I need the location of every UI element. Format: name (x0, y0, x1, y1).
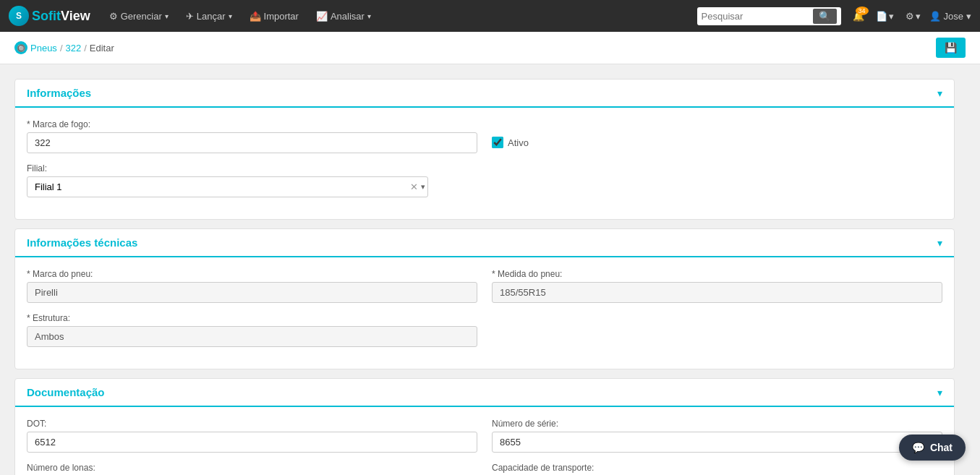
filial-group: Filial: Filial 1 ✕ ▾ (27, 163, 942, 197)
breadcrumb-322[interactable]: 322 (66, 43, 82, 54)
marca-fogo-col: * Marca de fogo: (27, 119, 477, 163)
numero-lonas-group: Número de lonas: (27, 463, 477, 475)
ativo-label[interactable]: Ativo (508, 137, 529, 148)
document-icon[interactable]: 📄 ▾ (873, 8, 897, 25)
estrutura-group: * Estrutura: (27, 313, 477, 347)
dot-label: DOT: (27, 419, 477, 429)
informacoes-title: Informações (27, 87, 91, 99)
chat-icon: 💬 (912, 442, 924, 453)
app-logo: S SofitView (9, 6, 90, 26)
search-input[interactable] (702, 11, 810, 22)
capacidade-label: Capacidade de transporte: (492, 463, 942, 473)
pneus-icon: 🔘 (14, 41, 27, 54)
documentacao-body: DOT: Número de série: Número de lonas: (15, 407, 954, 475)
logo-sofit: SofitView (32, 9, 90, 24)
nav-lancar[interactable]: ✈ Lançar ▾ (179, 0, 239, 32)
doc-row1: DOT: Número de série: (27, 419, 942, 463)
capacidade-col: Capacidade de transporte: (492, 463, 942, 475)
marca-fogo-label: * Marca de fogo: (27, 119, 477, 129)
medida-pneu-group: * Medida do pneu: (492, 269, 942, 303)
breadcrumb-editar: Editar (90, 43, 114, 54)
marca-fogo-group: * Marca de fogo: (27, 119, 477, 153)
informacoes-tecnicas-header[interactable]: Informações técnicas ▾ (15, 229, 954, 257)
notification-badge: 34 (856, 7, 869, 15)
settings-icon[interactable]: ⚙ ▾ (903, 8, 924, 25)
chevron-down-icon: ▾ (916, 11, 921, 22)
dot-col: DOT: (27, 419, 477, 463)
notification-icon[interactable]: 🔔 34 (850, 8, 867, 25)
marca-pneu-col: * Marca do pneu: (27, 269, 477, 313)
chevron-down-icon: ▾ (165, 12, 169, 20)
user-menu[interactable]: 👤 Jose ▾ (929, 11, 971, 22)
top-navigation: S SofitView ⚙ Gerenciar ▾ ✈ Lançar ▾ 📤 I… (0, 0, 980, 32)
informacoes-chevron-icon: ▾ (937, 87, 942, 99)
ativo-col: Ativo (492, 119, 942, 163)
dot-input[interactable] (27, 432, 477, 453)
dot-group: DOT: (27, 419, 477, 453)
documentacao-chevron-icon: ▾ (937, 387, 942, 398)
capacidade-group: Capacidade de transporte: (492, 463, 942, 475)
estrutura-label: * Estrutura: (27, 313, 477, 323)
nav-right-icons: 🔔 34 📄 ▾ ⚙ ▾ 👤 Jose ▾ (850, 8, 971, 25)
numero-serie-col: Número de série: (492, 419, 942, 463)
numero-lonas-label: Número de lonas: (27, 463, 477, 473)
informacoes-tecnicas-chevron-icon: ▾ (937, 237, 942, 249)
informacoes-header[interactable]: Informações ▾ (15, 80, 954, 108)
marca-pneu-label: * Marca do pneu: (27, 269, 477, 279)
tecnicas-row1: * Marca do pneu: * Medida do pneu: (27, 269, 942, 313)
informacoes-tecnicas-body: * Marca do pneu: * Medida do pneu: * Est… (15, 257, 954, 369)
informacoes-tecnicas-section: Informações técnicas ▾ * Marca do pneu: … (14, 228, 955, 369)
marca-pneu-input (27, 282, 477, 303)
medida-pneu-label: * Medida do pneu: (492, 269, 942, 279)
main-content: Informações ▾ * Marca de fogo: Ativo (0, 64, 969, 475)
estrutura-spacer (492, 313, 942, 357)
marca-fogo-input[interactable] (27, 132, 477, 153)
tecnicas-row2: * Estrutura: (27, 313, 942, 357)
informacoes-row1: * Marca de fogo: Ativo (27, 119, 942, 163)
medida-pneu-input (492, 282, 942, 303)
documentacao-title: Documentação (27, 386, 105, 398)
numero-serie-label: Número de série: (492, 419, 942, 429)
documentacao-section: Documentação ▾ DOT: Número de série: (14, 378, 955, 475)
nav-gerenciar[interactable]: ⚙ Gerenciar ▾ (102, 0, 176, 32)
numero-serie-group: Número de série: (492, 419, 942, 453)
documentacao-header[interactable]: Documentação ▾ (15, 379, 954, 407)
nav-importar[interactable]: 📤 Importar (242, 0, 306, 32)
filial-label: Filial: (27, 163, 942, 174)
chevron-down-icon: ▾ (889, 11, 894, 22)
breadcrumb-bar: 🔘 Pneus / 322 / Editar 💾 (0, 32, 980, 64)
breadcrumb-pneus[interactable]: Pneus (30, 43, 57, 54)
numero-lonas-col: Número de lonas: (27, 463, 477, 475)
chevron-down-icon: ▾ (229, 12, 232, 20)
save-button[interactable]: 💾 (936, 38, 966, 58)
informacoes-tecnicas-title: Informações técnicas (27, 236, 137, 249)
chevron-down-icon: ▾ (367, 12, 371, 20)
nav-analisar[interactable]: 📈 Analisar ▾ (309, 0, 378, 32)
estrutura-col: * Estrutura: (27, 313, 477, 357)
ativo-wrapper: Ativo (492, 137, 942, 148)
search-button[interactable]: 🔍 (813, 9, 837, 24)
estrutura-input (27, 326, 477, 347)
filial-select[interactable]: Filial 1 (27, 176, 428, 197)
ativo-checkbox[interactable] (492, 137, 503, 148)
chat-button[interactable]: 💬 Chat (899, 435, 966, 461)
numero-serie-input[interactable] (492, 432, 942, 453)
medida-pneu-col: * Medida do pneu: (492, 269, 942, 313)
logo-icon: S (9, 6, 29, 26)
chevron-down-icon: ▾ (966, 11, 971, 22)
informacoes-section: Informações ▾ * Marca de fogo: Ativo (14, 79, 955, 220)
doc-row2: Número de lonas: Capacidade de transport… (27, 463, 942, 475)
filial-select-wrapper: Filial 1 ✕ ▾ (27, 176, 428, 197)
breadcrumb: 🔘 Pneus / 322 / Editar (14, 41, 114, 54)
informacoes-body: * Marca de fogo: Ativo Filial: Filial 1 (15, 108, 954, 219)
marca-pneu-group: * Marca do pneu: (27, 269, 477, 303)
search-box: 🔍 (697, 7, 841, 25)
